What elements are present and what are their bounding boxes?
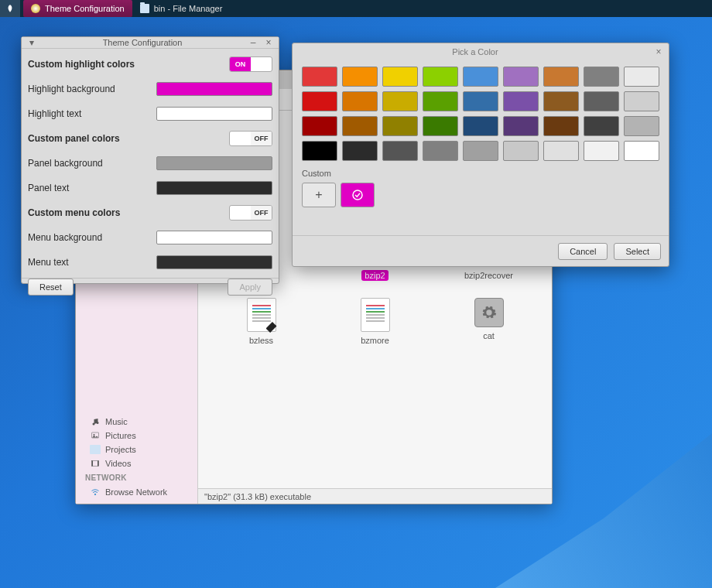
toggle-switch[interactable]: ON xyxy=(229,56,272,72)
sidebar-item-pictures[interactable]: Pictures xyxy=(76,429,197,443)
svg-rect-6 xyxy=(92,461,94,467)
svg-point-4 xyxy=(94,434,95,436)
color-swatch[interactable] xyxy=(423,116,458,136)
sidebar-item-projects[interactable]: Projects xyxy=(76,443,197,456)
file-label: bzmore xyxy=(358,335,392,346)
toggle-on-label xyxy=(230,132,251,145)
color-swatch[interactable] xyxy=(382,141,418,161)
sidebar-item-videos[interactable]: Videos xyxy=(76,456,197,470)
color-swatch[interactable] xyxy=(382,91,418,111)
color-swatch[interactable] xyxy=(463,67,498,87)
cancel-button[interactable]: Cancel xyxy=(558,243,608,260)
section-header: Custom panel colors xyxy=(28,133,229,144)
select-button[interactable]: Select xyxy=(614,243,661,260)
color-swatch[interactable] xyxy=(382,67,418,87)
toggle-on-label xyxy=(230,206,251,220)
color-swatch[interactable] xyxy=(503,141,539,161)
option-label: Menu text xyxy=(28,257,156,268)
svg-point-1 xyxy=(93,423,95,426)
file-item[interactable]: bzless xyxy=(204,298,318,346)
executable-icon xyxy=(474,298,504,327)
color-swatch[interactable] xyxy=(342,91,378,111)
svg-rect-7 xyxy=(98,461,99,467)
folder-icon xyxy=(140,4,149,13)
svg-point-8 xyxy=(94,494,96,495)
color-swatch-button[interactable] xyxy=(156,156,272,170)
window-menu-icon[interactable]: ▾ xyxy=(26,37,37,48)
color-swatch[interactable] xyxy=(503,91,539,111)
theme-config-titlebar: ▾ Theme Configuration – × xyxy=(22,37,279,49)
file-label: bzip2recover xyxy=(461,270,516,281)
svg-point-9 xyxy=(353,190,362,200)
close-icon[interactable]: × xyxy=(653,46,664,57)
color-swatch[interactable] xyxy=(302,141,337,161)
reset-button[interactable]: Reset xyxy=(28,279,74,296)
sidebar-category-network: NETWORK xyxy=(76,470,197,485)
color-swatch[interactable] xyxy=(382,116,418,136)
toggle-switch[interactable]: OFF xyxy=(229,131,272,146)
file-item[interactable]: bzmore xyxy=(318,298,432,346)
window-title: Pick a Color xyxy=(297,47,653,56)
color-swatch[interactable] xyxy=(463,116,498,136)
color-swatch[interactable] xyxy=(584,116,619,136)
sidebar-item-label: Music xyxy=(105,417,128,426)
color-swatch-button[interactable] xyxy=(156,107,272,121)
color-swatch[interactable] xyxy=(543,67,579,87)
color-swatch[interactable] xyxy=(543,91,579,111)
sidebar-item-browse-network[interactable]: Browse Network xyxy=(76,485,197,499)
toggle-off-label xyxy=(251,57,272,71)
color-swatch[interactable] xyxy=(584,91,619,111)
taskbar-label: Theme Configuration xyxy=(45,4,125,13)
color-swatch[interactable] xyxy=(624,91,659,111)
option-label: Highlight text xyxy=(28,108,156,119)
app-menu-icon[interactable] xyxy=(0,0,20,17)
color-swatch[interactable] xyxy=(584,67,619,87)
selected-color-swatch[interactable] xyxy=(341,183,375,207)
color-swatch[interactable] xyxy=(342,67,378,87)
color-swatch[interactable] xyxy=(624,67,659,87)
color-swatch[interactable] xyxy=(543,116,579,136)
color-grid xyxy=(302,67,659,161)
taskbar-item-theme-config[interactable]: Theme Configuration xyxy=(23,0,132,17)
script-icon xyxy=(247,298,276,332)
sidebar-item-music[interactable]: Music xyxy=(76,415,197,429)
color-swatch[interactable] xyxy=(463,141,498,161)
custom-colors-label: Custom xyxy=(302,169,659,178)
toggle-on-label: ON xyxy=(230,57,251,71)
sidebar-item-label: Projects xyxy=(105,445,136,454)
color-swatch[interactable] xyxy=(342,141,378,161)
file-label: bzless xyxy=(246,335,276,346)
color-swatch-button[interactable] xyxy=(156,255,272,269)
color-swatch[interactable] xyxy=(302,91,337,111)
toggle-switch[interactable]: OFF xyxy=(229,205,272,220)
file-label: cat xyxy=(480,330,498,341)
color-swatch-button[interactable] xyxy=(156,181,272,195)
color-swatch[interactable] xyxy=(543,141,579,161)
color-swatch[interactable] xyxy=(423,141,458,161)
color-swatch-button[interactable] xyxy=(156,231,272,244)
file-item[interactable]: cat xyxy=(432,298,546,346)
file-label: bzip2 xyxy=(361,270,388,281)
option-label: Menu background xyxy=(28,232,156,243)
apply-button[interactable]: Apply xyxy=(228,279,272,296)
color-swatch-button[interactable] xyxy=(156,82,272,96)
sidebar-item-label: Videos xyxy=(105,459,131,468)
color-swatch[interactable] xyxy=(423,67,458,87)
color-swatch[interactable] xyxy=(503,67,539,87)
add-custom-color-button[interactable]: + xyxy=(302,183,336,207)
color-swatch[interactable] xyxy=(624,141,659,161)
color-swatch[interactable] xyxy=(342,116,378,136)
palette-icon xyxy=(31,4,40,13)
window-title: Theme Configuration xyxy=(42,38,243,47)
taskbar-item-file-manager[interactable]: bin - File Manager xyxy=(132,0,231,17)
color-swatch[interactable] xyxy=(302,116,337,136)
section-header: Custom menu colors xyxy=(28,207,229,218)
color-swatch[interactable] xyxy=(624,116,659,136)
close-icon[interactable]: × xyxy=(263,37,274,48)
color-swatch[interactable] xyxy=(302,67,337,87)
color-swatch[interactable] xyxy=(463,91,498,111)
color-swatch[interactable] xyxy=(423,91,458,111)
color-swatch[interactable] xyxy=(584,141,619,161)
minimize-icon[interactable]: – xyxy=(248,37,258,48)
color-swatch[interactable] xyxy=(503,116,539,136)
